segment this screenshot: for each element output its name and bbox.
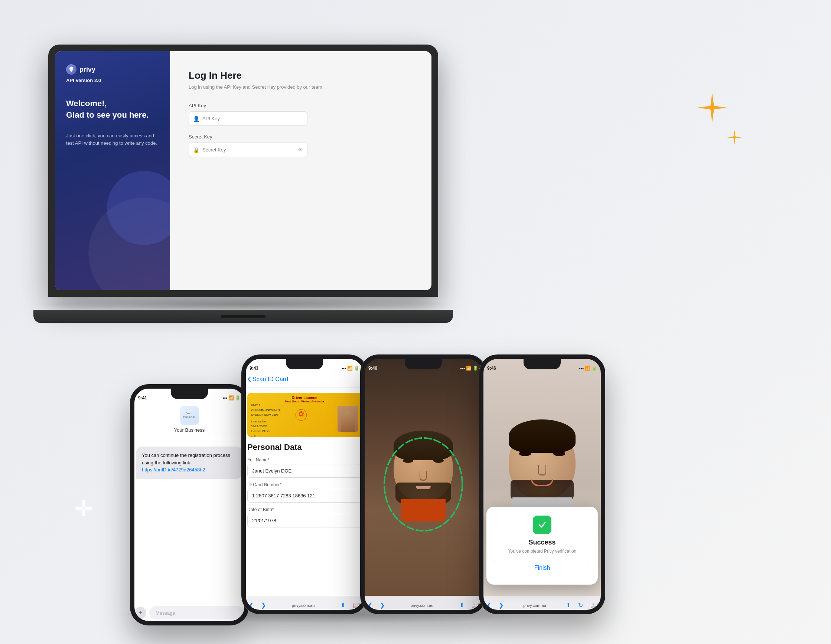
phone-3-notch bbox=[405, 359, 442, 369]
browser-right-controls-4: ⬆ ↻ 📖 bbox=[566, 602, 598, 609]
api-key-input-wrapper: 👤 bbox=[189, 111, 307, 126]
phone-1-signal: ▪▪▪ 📶 🔋 bbox=[223, 395, 240, 401]
phone-1-screen: 9:41 ▪▪▪ 📶 🔋 YourBusiness Your Business bbox=[130, 384, 249, 625]
phone-4-success: 9:46 ▪▪▪ 📶 🔋 Succe bbox=[479, 355, 605, 614]
full-name-label: Full Name* bbox=[247, 457, 361, 463]
personal-data-title: Personal Data bbox=[247, 442, 361, 452]
browser-url-display: privy.com.au bbox=[292, 603, 315, 607]
face-left-eye-4 bbox=[519, 451, 531, 456]
phone-1-notch bbox=[171, 389, 208, 399]
face-nose-4 bbox=[538, 465, 546, 475]
face-right-eye-4 bbox=[553, 451, 565, 456]
laptop-login-area: Log In Here Log in using the API Key and… bbox=[170, 51, 431, 290]
privy-brand-name: privy bbox=[80, 66, 96, 73]
imessage-input[interactable]: iMessage bbox=[149, 606, 244, 620]
browser-right-controls: ⬆ 📖 bbox=[341, 602, 360, 609]
phone-1-messages: 9:41 ▪▪▪ 📶 🔋 YourBusiness Your Business bbox=[130, 384, 249, 625]
id-card-photo bbox=[337, 406, 358, 432]
back-button[interactable]: Scan ID Card bbox=[247, 376, 361, 383]
phone-2-time: 9:43 bbox=[250, 366, 258, 371]
phone-1-messages-header: YourBusiness Your Business bbox=[130, 403, 249, 439]
message-link[interactable]: https://priID.io/4729d26458h2 bbox=[142, 467, 205, 472]
browser-nav-controls: ❮ ❯ bbox=[249, 602, 266, 609]
privy-logo-icon bbox=[66, 64, 76, 75]
secret-key-label: Secret Key bbox=[189, 134, 413, 140]
full-name-input[interactable] bbox=[247, 464, 361, 478]
plus-decoration-icon: ✛ bbox=[74, 496, 93, 522]
browser-share-icon[interactable]: ⬆ bbox=[341, 602, 345, 609]
sidebar-description: Just one click, you can easily access an… bbox=[66, 132, 159, 148]
business-avatar: YourBusiness bbox=[180, 406, 199, 425]
login-title: Log In Here bbox=[189, 70, 413, 81]
success-modal: Success You've completed Privy verificat… bbox=[486, 507, 598, 585]
browser-back-icon-4[interactable]: ❮ bbox=[486, 602, 491, 609]
phone-1-message-bubble: You can continue the registration proces… bbox=[136, 447, 243, 479]
browser-forward-icon[interactable]: ❯ bbox=[261, 602, 266, 609]
svg-marker-0 bbox=[697, 93, 727, 122]
phone-1-time: 9:41 bbox=[138, 395, 147, 401]
browser-bookmarks-icon[interactable]: 📖 bbox=[353, 602, 360, 609]
svg-text:✿: ✿ bbox=[298, 410, 304, 418]
success-description: You've completed Privy verification bbox=[494, 549, 591, 554]
id-card-details: UNIT 1 23 COMMONWEALTH SYDNEY NSW 2396 L… bbox=[251, 403, 281, 437]
secret-key-input-wrapper: 🔒 👁 bbox=[189, 143, 307, 157]
api-key-input[interactable] bbox=[189, 111, 307, 126]
browser-nav-controls-4: ❮ ❯ bbox=[486, 602, 503, 609]
user-icon: 👤 bbox=[193, 116, 199, 122]
sparkle-large-icon bbox=[697, 93, 727, 122]
success-title: Success bbox=[494, 539, 591, 546]
svg-marker-1 bbox=[727, 130, 742, 145]
phone-4-browser-bar: ❮ ❯ privy.com.au ⬆ ↻ 📖 bbox=[479, 596, 605, 614]
chevron-left-icon bbox=[247, 376, 251, 382]
laptop-device: privy API Version 2.0 Welcome!, Glad to … bbox=[48, 45, 457, 323]
laptop-screen: privy API Version 2.0 Welcome!, Glad to … bbox=[55, 51, 431, 290]
phone-1-business-name: Your Business bbox=[136, 427, 243, 433]
eye-toggle-icon[interactable]: 👁 bbox=[298, 147, 303, 153]
id-number-input[interactable] bbox=[247, 489, 361, 502]
sparkle-small-icon bbox=[727, 130, 742, 145]
browser-bookmarks-icon-4[interactable]: 📖 bbox=[591, 602, 598, 609]
phones-container: 9:41 ▪▪▪ 📶 🔋 YourBusiness Your Business bbox=[130, 355, 605, 614]
browser-forward-icon-4[interactable]: ❯ bbox=[499, 602, 503, 609]
laptop-sidebar: privy API Version 2.0 Welcome!, Glad to … bbox=[55, 51, 170, 290]
phone-2-signal: ▪▪▪ 📶 🔋 bbox=[341, 366, 360, 371]
finish-button[interactable]: Finish bbox=[494, 560, 591, 576]
phone-2-scan-id: 9:43 ▪▪▪ 📶 🔋 Scan ID Card bbox=[241, 355, 368, 614]
id-card-emblem: ✿ bbox=[292, 404, 310, 426]
face-scan-circle bbox=[380, 434, 466, 534]
imessage-placeholder: iMessage bbox=[154, 610, 175, 616]
phone-3-screen: 9:46 ▪▪▪ 📶 🔋 ❮ ❯ privy.com.au bbox=[360, 355, 486, 614]
browser-back-icon[interactable]: ❮ bbox=[249, 602, 254, 609]
svg-point-4 bbox=[384, 438, 462, 531]
privy-logo: privy bbox=[66, 64, 159, 75]
phone-4-notch bbox=[524, 359, 561, 369]
secret-key-form-group: Secret Key 🔒 👁 bbox=[189, 134, 413, 157]
lock-icon: 🔒 bbox=[193, 147, 199, 153]
id-card-type-label: Driver Licence New South Wales, Australi… bbox=[285, 396, 324, 403]
api-key-label: API Key bbox=[189, 103, 413, 108]
message-text: You can continue the registration proces… bbox=[142, 452, 230, 466]
success-checkmark-icon bbox=[533, 515, 551, 534]
id-number-label: ID Card Number* bbox=[247, 482, 361, 487]
laptop-base bbox=[33, 310, 453, 323]
phone-3-face-scan: 9:46 ▪▪▪ 📶 🔋 ❮ ❯ privy.com.au bbox=[360, 355, 486, 614]
browser-url-4: privy.com.au bbox=[523, 603, 546, 607]
scan-id-header: Scan ID Card bbox=[241, 373, 368, 388]
scan-back-label: Scan ID Card bbox=[253, 376, 288, 383]
add-attachment-button[interactable]: + bbox=[134, 607, 146, 619]
face-hair-4 bbox=[509, 420, 576, 453]
main-scene: ✛ privy API Version 2.0 bbox=[0, 0, 831, 644]
browser-reload-icon-4[interactable]: ↻ bbox=[578, 602, 583, 609]
api-key-form-group: API Key 👤 bbox=[189, 103, 413, 126]
secret-key-input[interactable] bbox=[189, 143, 307, 157]
dob-input[interactable] bbox=[247, 514, 361, 528]
phone-1-input-bar: + iMessage bbox=[134, 606, 244, 620]
login-subtitle: Log in using the API Key and Secret Key … bbox=[189, 84, 413, 90]
phone-2-notch bbox=[286, 359, 323, 369]
phone-2-screen: 9:43 ▪▪▪ 📶 🔋 Scan ID Card bbox=[241, 355, 368, 614]
phone-4-screen: 9:46 ▪▪▪ 📶 🔋 Succe bbox=[479, 355, 605, 614]
api-version: API Version 2.0 bbox=[66, 78, 159, 83]
welcome-heading: Welcome!, Glad to see you here. bbox=[66, 98, 159, 121]
browser-share-icon-4[interactable]: ⬆ bbox=[566, 602, 571, 609]
id-card-preview: Driver Licence New South Wales, Australi… bbox=[247, 393, 361, 437]
